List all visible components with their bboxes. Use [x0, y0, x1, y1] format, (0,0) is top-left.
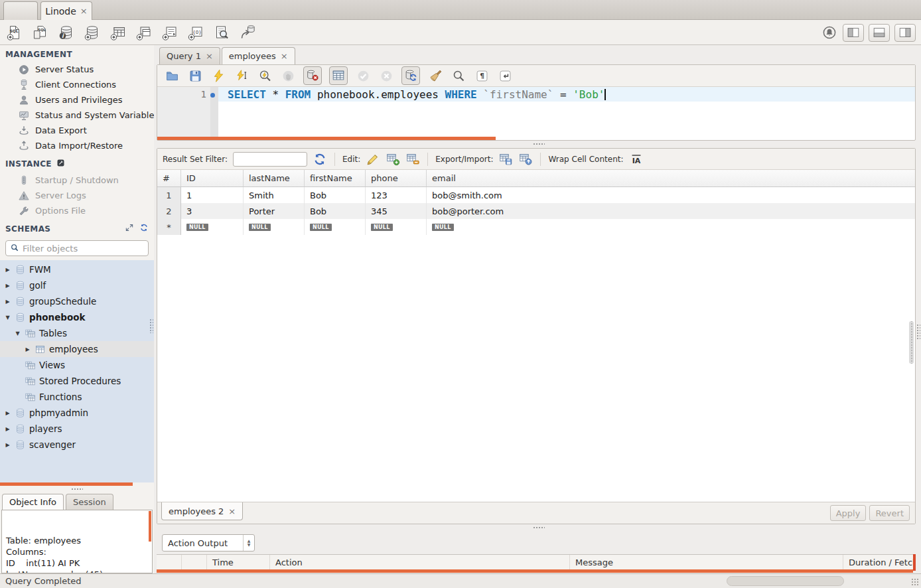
- column-header-phone[interactable]: phone: [366, 170, 427, 186]
- tree-arrow-icon[interactable]: ▶: [24, 346, 31, 352]
- right-panel-splitter-grip[interactable]: [916, 324, 920, 340]
- beautify-icon[interactable]: [427, 68, 443, 84]
- output-selector[interactable]: Action Output ▲▼: [162, 534, 255, 551]
- sidebar-item-server-status[interactable]: Server Status: [0, 62, 154, 77]
- tab-query-1[interactable]: Query 1 ×: [159, 47, 220, 64]
- close-icon[interactable]: ×: [80, 6, 88, 16]
- find-icon[interactable]: [451, 68, 466, 84]
- toggle-bottom-panel-icon[interactable]: [869, 24, 890, 42]
- output-column-action[interactable]: Action: [270, 555, 570, 569]
- column-header-email[interactable]: email: [427, 170, 915, 186]
- delete-row-icon[interactable]: [405, 152, 420, 167]
- tree-arrow-icon[interactable]: ▼: [14, 331, 21, 336]
- execute-icon[interactable]: [210, 68, 226, 84]
- tree-item-fwm[interactable]: ▶FWM: [0, 261, 154, 277]
- import-records-icon[interactable]: [518, 152, 533, 167]
- tree-item-players[interactable]: ▶players: [0, 421, 154, 437]
- sidebar-item-client-connections[interactable]: Client Connections: [0, 77, 154, 92]
- create-table-icon[interactable]: [109, 24, 127, 41]
- refresh-schemas-icon[interactable]: [139, 223, 149, 234]
- create-procedure-icon[interactable]: [161, 24, 178, 41]
- table-cell[interactable]: NULL: [181, 219, 244, 235]
- close-icon[interactable]: ×: [206, 51, 213, 61]
- toggle-stop-on-error-icon[interactable]: [303, 66, 322, 85]
- tree-item-golf[interactable]: ▶golf: [0, 277, 154, 293]
- editor-result-splitter[interactable]: [157, 141, 921, 148]
- output-column-duration-fetch[interactable]: Duration / Fetch: [843, 555, 916, 569]
- table-cell[interactable]: NULL: [366, 219, 427, 235]
- tree-item-tables[interactable]: ▼Tables: [0, 325, 154, 341]
- show-invisibles-icon[interactable]: ¶: [474, 68, 490, 84]
- tab-session[interactable]: Session: [66, 494, 113, 510]
- column-header-firstName[interactable]: firstName: [305, 170, 366, 186]
- sidebar-item-data-import-restore[interactable]: Data Import/Restore: [0, 138, 154, 153]
- table-cell[interactable]: 1: [181, 187, 244, 203]
- execute-current-icon[interactable]: [234, 68, 249, 84]
- object-info-scrollbar[interactable]: [149, 511, 151, 542]
- tree-item-stored-procedures[interactable]: Stored Procedures: [0, 373, 154, 389]
- tree-item-phonebook[interactable]: ▼phonebook: [0, 309, 154, 325]
- close-icon[interactable]: ×: [228, 506, 236, 516]
- toggle-right-panel-icon[interactable]: [894, 24, 916, 42]
- column-header-lastName[interactable]: lastName: [244, 170, 305, 186]
- tree-arrow-icon[interactable]: ▼: [4, 315, 11, 321]
- result-filter-input[interactable]: [233, 152, 307, 167]
- expand-schemas-icon[interactable]: [125, 223, 134, 234]
- tree-item-views[interactable]: Views: [0, 357, 154, 373]
- tree-item-functions[interactable]: Functions: [0, 389, 154, 405]
- table-cell[interactable]: NULL: [427, 219, 915, 235]
- sidebar-item-users-and-privileges[interactable]: Users and Privileges: [0, 92, 154, 108]
- explain-icon[interactable]: [257, 68, 273, 84]
- bottom-horizontal-scrollbar[interactable]: [727, 576, 844, 586]
- notifications-icon[interactable]: [821, 24, 838, 41]
- column-header-ID[interactable]: ID: [181, 170, 244, 186]
- export-recordset-icon[interactable]: [498, 152, 513, 167]
- connection-tab[interactable]: Linode ×: [40, 1, 92, 20]
- sidebar-horizontal-splitter[interactable]: [0, 486, 154, 493]
- table-cell[interactable]: Smith: [244, 187, 305, 203]
- save-script-icon[interactable]: [187, 68, 203, 84]
- table-cell[interactable]: bob@smith.com: [427, 187, 915, 203]
- tree-item-employees[interactable]: ▶employees: [0, 341, 154, 357]
- refresh-results-icon[interactable]: [313, 152, 327, 167]
- edit-row-icon[interactable]: [366, 152, 380, 167]
- new-query-tab-icon[interactable]: SQL: [6, 24, 23, 41]
- home-tab[interactable]: [3, 1, 38, 20]
- sidebar-item-data-export[interactable]: Data Export: [0, 123, 154, 138]
- tree-arrow-icon[interactable]: ▶: [4, 299, 11, 305]
- sidebar-item-status-and-system-variables[interactable]: Status and System Variables: [0, 108, 154, 123]
- tab-employees[interactable]: employees ×: [222, 47, 295, 64]
- toggle-autocommit-icon[interactable]: [401, 66, 420, 85]
- tree-item-scavenger[interactable]: ▶scavenger: [0, 437, 154, 453]
- close-icon[interactable]: ×: [281, 51, 288, 61]
- tree-item-groupschedule[interactable]: ▶groupSchedule: [0, 293, 154, 309]
- tab-object-info[interactable]: Object Info: [2, 494, 64, 510]
- search-data-icon[interactable]: [213, 24, 230, 41]
- table-cell[interactable]: Porter: [244, 203, 305, 219]
- sync-server-icon[interactable]: [239, 24, 256, 41]
- result-output-splitter[interactable]: [157, 524, 921, 532]
- result-tab-employees-2[interactable]: employees 2 ×: [161, 502, 243, 520]
- output-column-blank[interactable]: [182, 555, 207, 569]
- toggle-left-panel-icon[interactable]: [843, 24, 864, 42]
- schema-filter-input[interactable]: [23, 244, 144, 254]
- output-column-time[interactable]: Time: [207, 555, 270, 569]
- table-cell[interactable]: 345: [366, 203, 427, 219]
- sidebar-splitter-grip[interactable]: [149, 319, 153, 333]
- tree-arrow-icon[interactable]: ▶: [4, 410, 11, 416]
- output-horizontal-scrollbar[interactable]: [157, 569, 913, 573]
- tree-arrow-icon[interactable]: ▶: [4, 426, 11, 432]
- table-cell[interactable]: bob@porter.com: [427, 203, 915, 219]
- column-header-num[interactable]: #: [157, 170, 181, 186]
- tree-arrow-icon[interactable]: ▶: [4, 267, 11, 273]
- toggle-wrap-icon[interactable]: [497, 68, 513, 84]
- tree-item-phpmyadmin[interactable]: ▶phpmyadmin: [0, 405, 154, 421]
- wrap-cell-content-icon[interactable]: IA: [629, 152, 644, 167]
- output-column-message[interactable]: Message: [570, 555, 843, 569]
- table-cell[interactable]: NULL: [244, 219, 305, 235]
- table-cell[interactable]: 123: [366, 187, 427, 203]
- add-row-icon[interactable]: [386, 152, 400, 167]
- table-cell[interactable]: NULL: [305, 219, 366, 235]
- create-schema-icon[interactable]: [84, 24, 101, 41]
- output-column-blank[interactable]: [157, 555, 182, 569]
